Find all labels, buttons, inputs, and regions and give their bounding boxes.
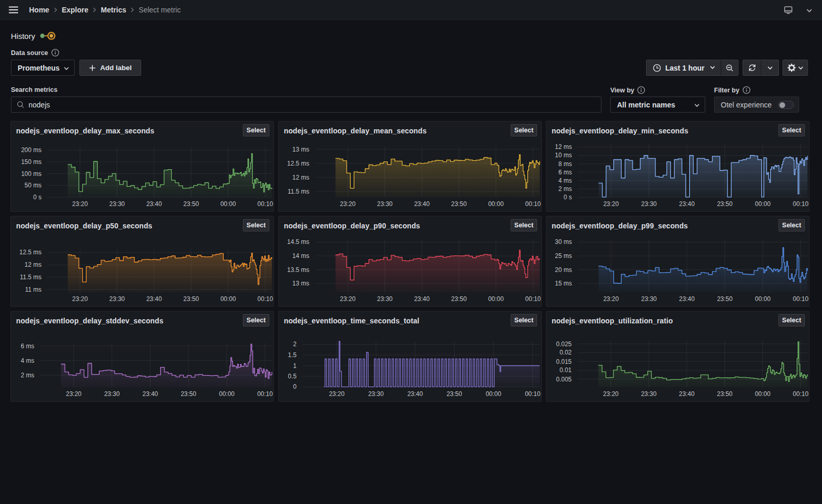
svg-text:23:50: 23:50 [446, 390, 462, 398]
svg-text:23:30: 23:30 [109, 295, 125, 303]
svg-text:12.5 ms: 12.5 ms [287, 160, 309, 167]
svg-text:23:20: 23:20 [72, 295, 88, 303]
svg-text:00:00: 00:00 [488, 295, 504, 303]
svg-text:0.005: 0.005 [556, 376, 571, 383]
svg-text:12 ms: 12 ms [555, 143, 572, 151]
svg-text:23:20: 23:20 [603, 200, 619, 208]
svg-text:10 ms: 10 ms [555, 152, 572, 159]
svg-text:00:10: 00:10 [257, 200, 273, 208]
svg-text:00:10: 00:10 [793, 390, 809, 398]
svg-text:13 ms: 13 ms [292, 146, 309, 153]
svg-text:00:00: 00:00 [755, 390, 771, 398]
svg-text:23:20: 23:20 [66, 390, 81, 398]
svg-text:23:30: 23:30 [368, 390, 383, 398]
svg-text:14.5 ms: 14.5 ms [287, 238, 309, 246]
svg-text:1: 1 [293, 362, 297, 370]
svg-text:23:50: 23:50 [451, 295, 467, 303]
svg-text:23:20: 23:20 [340, 295, 355, 303]
svg-text:23:50: 23:50 [451, 200, 467, 208]
svg-text:11.5 ms: 11.5 ms [20, 274, 42, 281]
svg-text:0.01: 0.01 [559, 366, 572, 374]
svg-text:00:10: 00:10 [257, 390, 273, 398]
svg-text:23:40: 23:40 [679, 295, 695, 303]
svg-text:12 ms: 12 ms [24, 261, 42, 268]
svg-text:00:00: 00:00 [219, 390, 235, 398]
svg-text:00:00: 00:00 [486, 390, 501, 398]
svg-text:2 ms: 2 ms [558, 185, 572, 193]
svg-text:1.5: 1.5 [288, 351, 297, 359]
svg-text:20 ms: 20 ms [555, 266, 572, 274]
svg-text:23:40: 23:40 [679, 200, 695, 208]
svg-text:23:30: 23:30 [377, 200, 392, 208]
svg-text:23:20: 23:20 [340, 200, 355, 208]
svg-text:23:40: 23:40 [146, 200, 162, 208]
svg-text:00:10: 00:10 [525, 295, 541, 303]
svg-text:150 ms: 150 ms [21, 158, 42, 166]
svg-text:15 ms: 15 ms [555, 280, 572, 287]
svg-text:0.025: 0.025 [556, 340, 571, 348]
svg-text:11.5 ms: 11.5 ms [287, 188, 309, 195]
svg-text:23:40: 23:40 [407, 390, 423, 398]
svg-text:00:10: 00:10 [793, 295, 809, 303]
svg-text:6 ms: 6 ms [21, 343, 34, 350]
svg-text:23:20: 23:20 [603, 295, 619, 303]
svg-text:00:00: 00:00 [221, 295, 236, 303]
svg-text:6 ms: 6 ms [558, 169, 572, 176]
svg-text:23:40: 23:40 [146, 295, 162, 303]
svg-text:23:40: 23:40 [679, 390, 694, 398]
svg-text:00:10: 00:10 [525, 200, 541, 208]
svg-text:100 ms: 100 ms [21, 170, 42, 178]
svg-text:0.5: 0.5 [288, 373, 297, 380]
svg-text:23:20: 23:20 [329, 390, 345, 398]
svg-text:23:40: 23:40 [142, 390, 158, 398]
svg-text:23:50: 23:50 [717, 390, 732, 398]
svg-text:4 ms: 4 ms [21, 357, 34, 364]
svg-text:13 ms: 13 ms [292, 280, 309, 287]
svg-text:23:50: 23:50 [181, 390, 196, 398]
svg-text:23:30: 23:30 [641, 390, 656, 398]
svg-text:2 ms: 2 ms [21, 372, 34, 379]
svg-text:23:30: 23:30 [377, 295, 392, 303]
svg-text:00:00: 00:00 [221, 200, 236, 208]
svg-text:23:30: 23:30 [641, 295, 656, 303]
svg-text:4 ms: 4 ms [558, 177, 572, 184]
svg-text:23:40: 23:40 [414, 295, 430, 303]
svg-text:00:00: 00:00 [755, 200, 771, 208]
svg-text:23:20: 23:20 [72, 200, 88, 208]
svg-text:200 ms: 200 ms [21, 146, 42, 154]
svg-text:23:50: 23:50 [717, 295, 733, 303]
svg-text:00:10: 00:10 [525, 390, 540, 398]
svg-text:23:30: 23:30 [109, 200, 125, 208]
svg-text:30 ms: 30 ms [555, 238, 572, 246]
svg-text:00:00: 00:00 [488, 200, 504, 208]
svg-text:0 s: 0 s [33, 194, 42, 201]
svg-text:0: 0 [293, 383, 297, 390]
svg-text:50 ms: 50 ms [24, 182, 42, 189]
svg-text:23:30: 23:30 [104, 390, 120, 398]
svg-text:00:00: 00:00 [755, 295, 771, 303]
svg-text:25 ms: 25 ms [555, 252, 572, 260]
svg-text:0.02: 0.02 [559, 349, 572, 356]
svg-text:11 ms: 11 ms [25, 286, 42, 293]
svg-text:14 ms: 14 ms [292, 252, 309, 260]
svg-text:00:10: 00:10 [793, 200, 809, 208]
svg-text:0.015: 0.015 [556, 358, 571, 365]
svg-text:23:20: 23:20 [603, 390, 619, 398]
svg-text:23:30: 23:30 [641, 200, 656, 208]
svg-text:0 s: 0 s [564, 194, 572, 201]
svg-text:23:50: 23:50 [183, 200, 199, 208]
svg-text:2: 2 [293, 340, 297, 348]
svg-text:12 ms: 12 ms [292, 174, 309, 181]
svg-text:23:50: 23:50 [717, 200, 733, 208]
svg-text:23:40: 23:40 [414, 200, 430, 208]
svg-text:00:10: 00:10 [257, 295, 273, 303]
svg-text:23:50: 23:50 [183, 295, 199, 303]
svg-text:13.5 ms: 13.5 ms [287, 266, 309, 274]
svg-text:8 ms: 8 ms [558, 160, 572, 168]
svg-text:12.5 ms: 12.5 ms [19, 249, 42, 256]
